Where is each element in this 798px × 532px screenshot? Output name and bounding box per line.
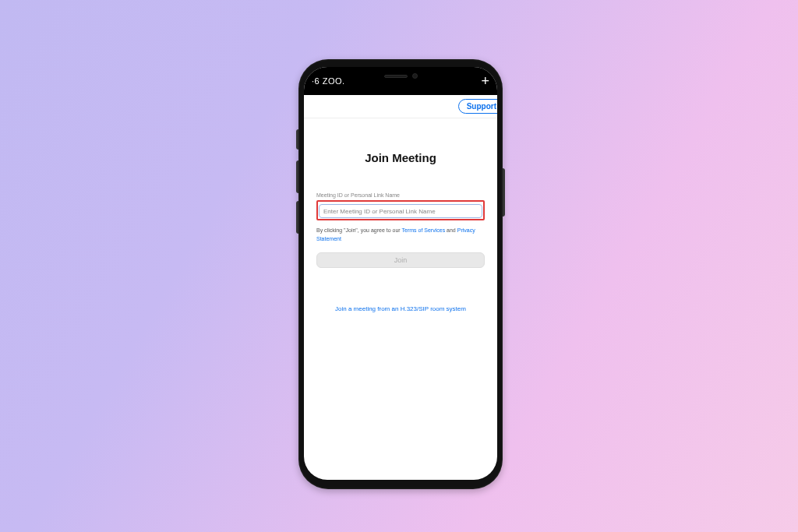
phone-notch [354, 67, 447, 86]
terms-of-service-link[interactable]: Terms of Services [402, 227, 446, 233]
phone-screen: ·6 ZOO. + Support Join Meeting Meeting I… [304, 67, 497, 480]
annotation-highlight-box [316, 200, 485, 221]
header-bar: Support [304, 95, 497, 118]
phone-frame: ·6 ZOO. + Support Join Meeting Meeting I… [298, 59, 503, 489]
terms-prefix: By clicking "Join", you agree to our [316, 227, 402, 233]
meeting-id-input[interactable] [319, 204, 482, 218]
main-content: Join Meeting Meeting ID or Personal Link… [304, 151, 497, 313]
join-button[interactable]: Join [316, 252, 485, 268]
page-url-fragment: ·6 ZOO. [312, 76, 345, 86]
camera-icon [412, 73, 418, 79]
speaker-icon [384, 75, 408, 78]
terms-text: By clicking "Join", you agree to our Ter… [316, 227, 485, 243]
page-title: Join Meeting [316, 151, 485, 164]
terms-and: and [445, 227, 457, 233]
meeting-id-label: Meeting ID or Personal Link Name [316, 192, 485, 198]
sip-room-link[interactable]: Join a meeting from an H.323/SIP room sy… [316, 305, 485, 312]
new-tab-icon[interactable]: + [481, 74, 489, 88]
support-button[interactable]: Support [458, 99, 497, 114]
power-button [503, 168, 505, 217]
